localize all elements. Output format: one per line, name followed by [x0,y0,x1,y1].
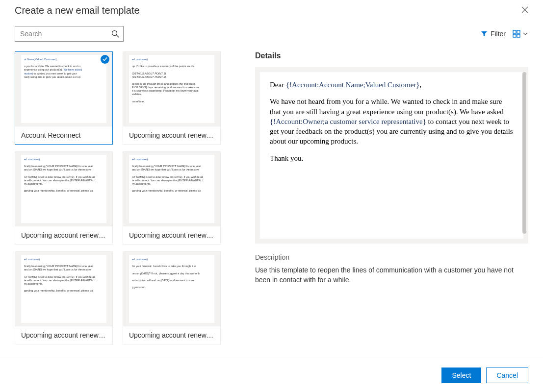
template-label: Upcoming account renewa... [123,226,220,244]
template-thumbnail: ed customer}for your renewal. I would lo… [123,252,220,326]
select-button[interactable]: Select [441,368,481,383]
template-card[interactable]: ed customer}for your renewal. I would lo… [123,251,221,344]
svg-point-0 [112,31,117,36]
template-card[interactable]: ed customer}fically been using {YOUR PRO… [15,251,113,344]
details-panel: Details Dear {!Account:Account Name;Valu… [235,51,528,365]
template-thumbnail: ed customer}fically been using {YOUR PRO… [15,152,112,226]
template-label: Upcoming account renewa... [15,226,112,244]
view-toggle[interactable] [513,30,528,38]
template-thumbnail: nt Name;Valued Customer},o you for a whi… [15,52,112,126]
greeting-suffix: , [420,81,422,89]
dialog-title: Create a new email template [15,5,140,16]
description-text: Use this template to reopen the lines of… [255,265,528,285]
template-gallery[interactable]: nt Name;Valued Customer},o you for a whi… [15,51,235,365]
merge-token-account-name: {!Account:Account Name;Valued Customer} [286,81,420,89]
search-box[interactable] [15,26,124,42]
svg-rect-2 [513,30,516,33]
description-label: Description [255,253,528,261]
svg-rect-5 [517,34,520,37]
search-icon [111,30,119,38]
chevron-down-icon [522,31,528,37]
template-thumbnail: ed customer}fically been using {YOUR PRO… [15,252,112,326]
template-card[interactable]: ed customer}fically been using {YOUR PRO… [15,151,113,245]
svg-rect-3 [517,30,520,33]
template-thumbnail: ed customer}fically been using {YOUR PRO… [123,152,220,226]
filter-icon [481,30,488,37]
thanks-line: Thank you. [270,153,514,163]
preview-container: Dear {!Account:Account Name;Valued Custo… [255,67,528,244]
search-input[interactable] [19,29,111,38]
details-heading: Details [255,51,528,60]
grid-icon [513,30,520,38]
close-button[interactable] [521,6,528,15]
template-card[interactable]: nt Name;Valued Customer},o you for a whi… [15,51,113,145]
template-label: Upcoming account renewa... [123,326,220,344]
template-label: Upcoming account renewa... [15,326,112,344]
close-icon [521,6,528,13]
svg-rect-4 [513,34,516,37]
svg-line-1 [117,35,119,38]
cancel-button[interactable]: Cancel [486,368,528,383]
template-label: Upcoming account renewa... [123,126,220,144]
template-card[interactable]: ed customer}fically been using {YOUR PRO… [123,151,221,245]
selected-check-icon [101,55,109,64]
greeting-prefix: Dear [270,81,286,89]
preview-scrollbar[interactable] [522,72,526,234]
email-preview: Dear {!Account:Account Name;Valued Custo… [260,72,523,239]
body-before: We have not heard from you for a while. … [270,98,504,115]
template-label: Account Reconnect [15,126,112,144]
template-thumbnail: ed customer}up. I'd like to provide a su… [123,52,220,126]
dialog-footer: Select Cancel [0,358,543,392]
template-card[interactable]: ed customer}up. I'd like to provide a su… [123,51,221,145]
merge-token-owner: {!Account:Owner;a customer service repre… [270,118,426,125]
filter-button[interactable]: Filter [481,30,506,38]
filter-label: Filter [491,30,506,38]
